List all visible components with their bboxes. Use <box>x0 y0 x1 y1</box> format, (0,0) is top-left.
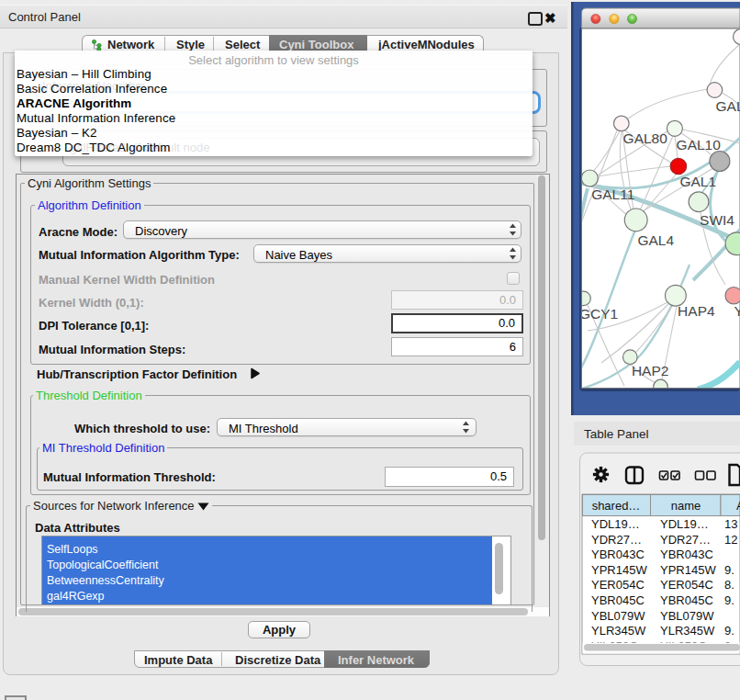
svg-text:13: 13 <box>724 517 737 531</box>
svg-text:YDL19…: YDL19… <box>591 517 640 531</box>
svg-text:GAL10: GAL10 <box>677 137 722 152</box>
svg-text:YBR043C: YBR043C <box>660 548 713 561</box>
svg-text:HAP4: HAP4 <box>678 303 715 319</box>
svg-text:shared…: shared… <box>592 499 641 513</box>
svg-text:YLR345W: YLR345W <box>591 624 646 638</box>
svg-text:GAL4: GAL4 <box>637 232 674 248</box>
svg-text:9.: 9. <box>724 593 734 607</box>
svg-text:A: A <box>736 499 740 513</box>
svg-text:9.: 9. <box>724 624 734 638</box>
svg-text:YDR27…: YDR27… <box>591 533 642 547</box>
svg-text:YBR045C: YBR045C <box>660 593 713 607</box>
svg-text:GCY1: GCY1 <box>579 306 618 322</box>
svg-text:HAP2: HAP2 <box>632 363 669 378</box>
svg-text:YDR27…: YDR27… <box>660 533 711 547</box>
svg-text:9.: 9. <box>724 563 734 577</box>
svg-text:GAL80: GAL80 <box>623 130 668 146</box>
svg-text:YDL19…: YDL19… <box>660 517 709 531</box>
svg-text:YBL079W: YBL079W <box>660 609 714 623</box>
svg-text:YBR045C: YBR045C <box>591 593 645 607</box>
svg-text:GAL1: GAL1 <box>679 174 716 189</box>
svg-text:GAL7: GAL7 <box>716 98 740 114</box>
svg-text:YBR043C: YBR043C <box>591 548 645 561</box>
svg-text:YER054C: YER054C <box>660 578 713 592</box>
svg-text:YPR145W: YPR145W <box>591 563 647 577</box>
svg-text:YBL079W: YBL079W <box>591 609 645 623</box>
svg-text:YPR145W: YPR145W <box>660 563 716 577</box>
svg-text:8.: 8. <box>724 578 734 592</box>
svg-text:SWI4: SWI4 <box>700 212 734 228</box>
svg-text:YER054C: YER054C <box>591 578 645 592</box>
svg-text:12: 12 <box>724 533 737 547</box>
svg-text:name: name <box>671 499 701 513</box>
svg-text:YLR345W: YLR345W <box>660 624 715 638</box>
svg-text:Table Panel: Table Panel <box>584 427 649 441</box>
svg-text:GAL11: GAL11 <box>591 186 634 202</box>
svg-text:YJR048W: YJR048W <box>734 303 740 319</box>
